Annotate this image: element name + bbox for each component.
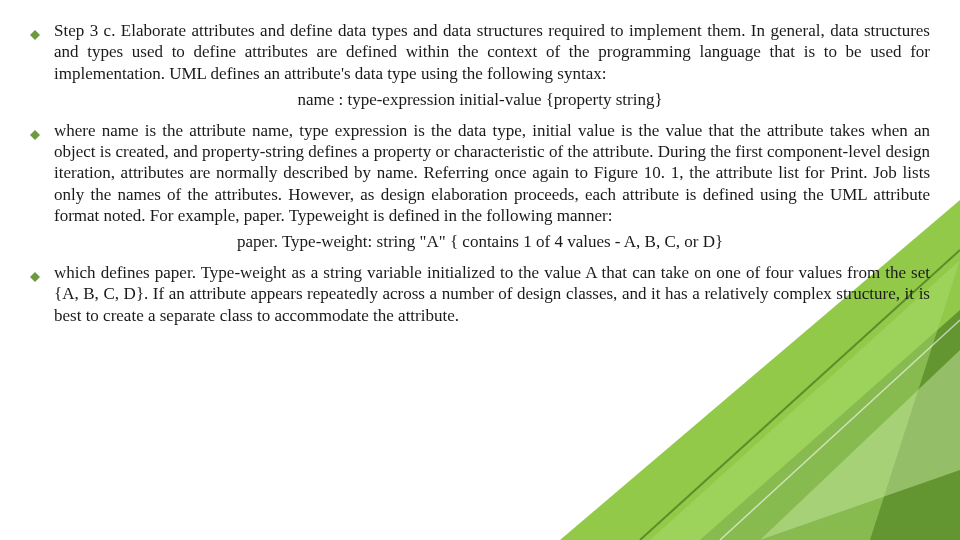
example-line: paper. Type-weight: string "A" { contain… [30,232,930,252]
content-area: Step 3 c. Elaborate attributes and defin… [30,20,930,332]
syntax-line: name : type-expression initial-value {pr… [30,90,930,110]
diamond-icon [30,268,40,278]
bullet-item: which defines paper. Type-weight as a st… [30,262,930,326]
svg-line-8 [720,320,960,540]
diamond-icon [30,26,40,36]
svg-marker-0 [30,30,40,40]
slide: Step 3 c. Elaborate attributes and defin… [0,0,960,540]
svg-marker-4 [700,310,960,540]
bullet-item: where name is the attribute name, type e… [30,120,930,226]
bullet-text: Step 3 c. Elaborate attributes and defin… [54,20,930,84]
bullet-item: Step 3 c. Elaborate attributes and defin… [30,20,930,84]
diamond-icon [30,126,40,136]
svg-marker-6 [760,350,960,540]
bullet-text: which defines paper. Type-weight as a st… [54,262,930,326]
bullet-text: where name is the attribute name, type e… [54,120,930,226]
svg-marker-2 [30,272,40,282]
svg-marker-1 [30,130,40,140]
